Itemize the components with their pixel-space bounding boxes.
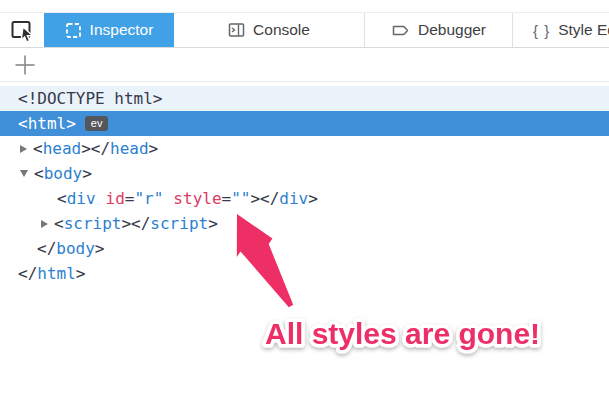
add-node-button[interactable] xyxy=(10,50,40,80)
tab-style-editor-label: Style Ed xyxy=(558,21,609,39)
tab-console-label: Console xyxy=(253,21,310,39)
markup-toolbar xyxy=(0,48,609,82)
attribute-name-id: id xyxy=(106,186,125,211)
top-strip xyxy=(0,0,609,12)
punct: < xyxy=(33,136,43,161)
punct: < xyxy=(54,211,64,236)
debugger-tag-icon xyxy=(391,23,410,38)
tag-name: html xyxy=(37,261,76,286)
tab-console[interactable]: Console xyxy=(174,13,364,47)
punct: < xyxy=(34,161,44,186)
tab-inspector-label: Inspector xyxy=(90,21,154,39)
expand-arrow-icon[interactable] xyxy=(41,220,48,228)
devtools-window: Inspector Console Debugger { } Styl xyxy=(0,0,609,402)
punct: > xyxy=(308,186,318,211)
tab-style-editor[interactable]: { } Style Ed xyxy=(512,13,609,47)
curly-braces-icon: { } xyxy=(533,22,550,39)
tree-row-html-selected[interactable]: <html> ev xyxy=(0,111,609,136)
tree-row-body-close[interactable]: </ body > xyxy=(0,236,609,261)
tree-row-script[interactable]: < script ></ script > xyxy=(0,211,609,236)
tag-name: body xyxy=(56,236,95,261)
console-terminal-icon xyxy=(228,22,245,38)
tag-name: body xyxy=(44,161,83,186)
pick-element-button[interactable] xyxy=(0,13,44,47)
attribute-value-id: "r" xyxy=(134,186,163,211)
tree-row-doctype[interactable]: <!DOCTYPE html> xyxy=(0,86,609,111)
punct: > xyxy=(76,261,86,286)
inspector-frame-icon xyxy=(65,22,82,39)
tab-inspector[interactable]: Inspector xyxy=(44,13,174,47)
punct: = xyxy=(125,186,135,211)
punct: = xyxy=(222,186,232,211)
tree-row-body-open[interactable]: < body > xyxy=(0,161,609,186)
punct: > xyxy=(149,136,159,161)
tag-name: div xyxy=(67,186,96,211)
tag-name: div xyxy=(279,186,308,211)
tag-name: head xyxy=(110,136,149,161)
punct: > xyxy=(208,211,218,236)
tree-row-html-close[interactable]: </ html > xyxy=(0,261,609,286)
punct: ></ xyxy=(250,186,279,211)
expand-arrow-icon[interactable] xyxy=(20,145,27,153)
punct: > xyxy=(95,236,105,261)
markup-view: <!DOCTYPE html> <html> ev < head ></ hea… xyxy=(0,82,609,286)
punct: ></ xyxy=(121,211,150,236)
devtools-tabbar: Inspector Console Debugger { } Styl xyxy=(0,12,609,48)
attribute-name-style: style xyxy=(173,186,221,211)
punct: ></ xyxy=(81,136,110,161)
tree-row-head[interactable]: < head ></ head > xyxy=(0,136,609,161)
annotation-text: All styles are gone! xyxy=(265,317,540,350)
tree-row-div[interactable]: < div id = "r" style = "" ></ div > xyxy=(0,186,609,211)
pick-element-icon xyxy=(9,18,36,43)
collapse-arrow-icon[interactable] xyxy=(20,170,28,177)
html-open-tag: <html> xyxy=(18,111,76,136)
punct: < xyxy=(57,186,67,211)
event-badge[interactable]: ev xyxy=(85,116,109,131)
doctype-text: <!DOCTYPE html> xyxy=(18,86,163,111)
plus-icon xyxy=(14,54,36,76)
punct: > xyxy=(82,161,92,186)
punct: </ xyxy=(18,261,37,286)
punct: </ xyxy=(37,236,56,261)
attribute-value-style: "" xyxy=(231,186,250,211)
tag-name: script xyxy=(64,211,122,236)
tab-debugger-label: Debugger xyxy=(418,21,486,39)
tag-name: script xyxy=(150,211,208,236)
tab-debugger[interactable]: Debugger xyxy=(364,13,512,47)
tag-name: head xyxy=(43,136,82,161)
